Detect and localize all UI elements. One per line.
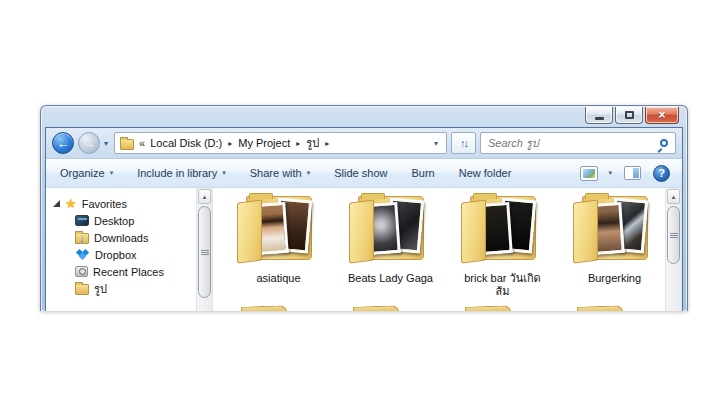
- navigation-bar: ← → ▾ « Local Disk (D:) ▸ My Project ▸ ร…: [46, 128, 682, 159]
- scroll-up-button[interactable]: ▴: [198, 189, 211, 204]
- title-bar[interactable]: ×: [41, 106, 687, 127]
- folder-front-flap: [349, 199, 374, 263]
- search-placeholder: Search รูป: [488, 134, 660, 152]
- minimize-button[interactable]: [585, 107, 613, 124]
- breadcrumb-separator-icon[interactable]: ▸: [325, 139, 329, 148]
- change-view-button[interactable]: ▾: [580, 166, 612, 181]
- window-controls: ×: [585, 107, 679, 124]
- breadcrumb-separator-icon[interactable]: ▸: [296, 139, 300, 148]
- window-client-area: ← → ▾ « Local Disk (D:) ▸ My Project ▸ ร…: [45, 127, 683, 311]
- content-scrollbar-thumb[interactable]: [667, 206, 680, 264]
- breadcrumb-item-local-disk-d[interactable]: Local Disk (D:): [150, 137, 222, 149]
- help-button[interactable]: ?: [653, 165, 670, 182]
- include-in-library-button[interactable]: Include in library▾: [137, 167, 226, 179]
- folder-label: brick bar วันเกิดส้ม: [451, 272, 554, 298]
- address-bar[interactable]: « Local Disk (D:) ▸ My Project ▸ รูป ▸ ▾: [114, 132, 447, 154]
- sidebar-item-desktop[interactable]: Desktop: [46, 212, 196, 229]
- folder-label: asiatique: [227, 272, 330, 285]
- new-folder-button[interactable]: New folder: [459, 167, 512, 179]
- maximize-icon: [625, 111, 634, 119]
- close-button[interactable]: ×: [645, 107, 679, 124]
- breadcrumb-item-current-folder[interactable]: รูป: [306, 134, 319, 152]
- command-bar-actions: Organize▾ Include in library▾ Share with…: [60, 167, 511, 179]
- refresh-icon: ↑↓: [460, 137, 467, 149]
- downloads-icon: [75, 233, 89, 244]
- forward-icon: →: [83, 137, 96, 150]
- roop-folder-label: รูป: [94, 280, 107, 298]
- command-bar-view-controls: ▾ ?: [580, 165, 670, 182]
- next-row-folder-peek[interactable]: [353, 305, 399, 311]
- chevron-down-icon: ▾: [307, 169, 311, 177]
- dropbox-icon: [75, 249, 90, 261]
- recent-places-label: Recent Places: [93, 266, 164, 278]
- recent-places-icon: [75, 266, 88, 277]
- breadcrumb-overflow-chevron[interactable]: «: [139, 137, 145, 149]
- folder-thumbnail-icon: [231, 195, 327, 269]
- new-folder-label: New folder: [459, 167, 512, 179]
- content-scrollbar[interactable]: ▴: [665, 188, 682, 311]
- search-icon[interactable]: [660, 139, 668, 147]
- organize-button[interactable]: Organize▾: [60, 167, 113, 179]
- sidebar-item-roop-folder[interactable]: รูป: [46, 280, 196, 297]
- folder-label: Beats Lady Gaga: [339, 272, 442, 285]
- explorer-window: × ← → ▾ « Local Disk (D:) ▸ My Project ▸…: [40, 105, 688, 311]
- share-with-label: Share with: [250, 167, 302, 179]
- folder-brick-bar[interactable]: brick bar วันเกิดส้ม: [451, 195, 554, 298]
- breadcrumb-item-my-project[interactable]: My Project: [238, 137, 290, 149]
- folder-asiatique[interactable]: asiatique: [227, 195, 330, 285]
- forward-button[interactable]: →: [78, 132, 100, 154]
- favorites-label: Favorites: [82, 198, 127, 210]
- share-with-button[interactable]: Share with▾: [250, 167, 311, 179]
- sidebar-item-dropbox[interactable]: Dropbox: [46, 246, 196, 263]
- sidebar-scrollbar[interactable]: ▴: [196, 188, 213, 311]
- folder-label: Burgerking: [563, 272, 665, 285]
- file-list: asiatique Beats Lady Gaga: [213, 188, 665, 311]
- address-dropdown-icon[interactable]: ▾: [431, 139, 441, 148]
- scroll-up-icon: ▴: [203, 193, 207, 201]
- collapse-expander-icon[interactable]: [53, 200, 60, 207]
- desktop-label: Desktop: [94, 215, 134, 227]
- recent-pages-dropdown-icon[interactable]: ▾: [104, 139, 108, 148]
- next-row-folder-peek[interactable]: [577, 305, 623, 311]
- slide-show-label: Slide show: [334, 167, 387, 179]
- folder-thumbnail-icon: [567, 195, 663, 269]
- folder-thumbnail-icon: [343, 195, 439, 269]
- scroll-up-icon: ▴: [672, 193, 676, 201]
- folder-icon: [120, 139, 134, 150]
- next-row-folder-peek[interactable]: [241, 305, 287, 311]
- preview-pane-button[interactable]: [624, 166, 641, 180]
- scrollbar-grip-icon: [201, 252, 209, 253]
- organize-label: Organize: [60, 167, 105, 179]
- navigation-pane: ★ Favorites Desktop Downloads Dropbox: [46, 188, 196, 311]
- burn-label: Burn: [411, 167, 434, 179]
- sidebar-item-downloads[interactable]: Downloads: [46, 229, 196, 246]
- burn-button[interactable]: Burn: [411, 167, 434, 179]
- sidebar-item-recent-places[interactable]: Recent Places: [46, 263, 196, 280]
- favorites-star-icon: ★: [65, 197, 77, 210]
- sidebar-favorites[interactable]: ★ Favorites: [46, 195, 196, 212]
- maximize-button[interactable]: [615, 107, 643, 124]
- scroll-up-button[interactable]: ▴: [667, 189, 680, 204]
- breadcrumb-separator-icon[interactable]: ▸: [228, 139, 232, 148]
- back-button[interactable]: ←: [52, 132, 74, 154]
- command-bar: Organize▾ Include in library▾ Share with…: [46, 159, 682, 188]
- search-box[interactable]: Search รูป: [480, 132, 676, 154]
- downloads-label: Downloads: [94, 232, 148, 244]
- folder-burgerking[interactable]: Burgerking: [563, 195, 665, 285]
- folder-front-flap: [461, 199, 486, 263]
- back-icon: ←: [57, 137, 70, 150]
- chevron-down-icon: ▾: [222, 169, 226, 177]
- scrollbar-grip-icon: [670, 235, 678, 236]
- include-in-library-label: Include in library: [137, 167, 217, 179]
- dropbox-label: Dropbox: [95, 249, 137, 261]
- folder-thumbnail-icon: [455, 195, 551, 269]
- chevron-down-icon: ▾: [110, 169, 114, 177]
- next-row-folder-peek[interactable]: [465, 305, 511, 311]
- folder-beats-lady-gaga[interactable]: Beats Lady Gaga: [339, 195, 442, 285]
- explorer-content: ★ Favorites Desktop Downloads Dropbox: [46, 188, 682, 311]
- desktop-canvas: × ← → ▾ « Local Disk (D:) ▸ My Project ▸…: [0, 0, 728, 409]
- folder-front-flap: [237, 199, 262, 263]
- refresh-button[interactable]: ↑↓: [451, 132, 476, 154]
- sidebar-scrollbar-thumb[interactable]: [198, 206, 211, 298]
- slide-show-button[interactable]: Slide show: [334, 167, 387, 179]
